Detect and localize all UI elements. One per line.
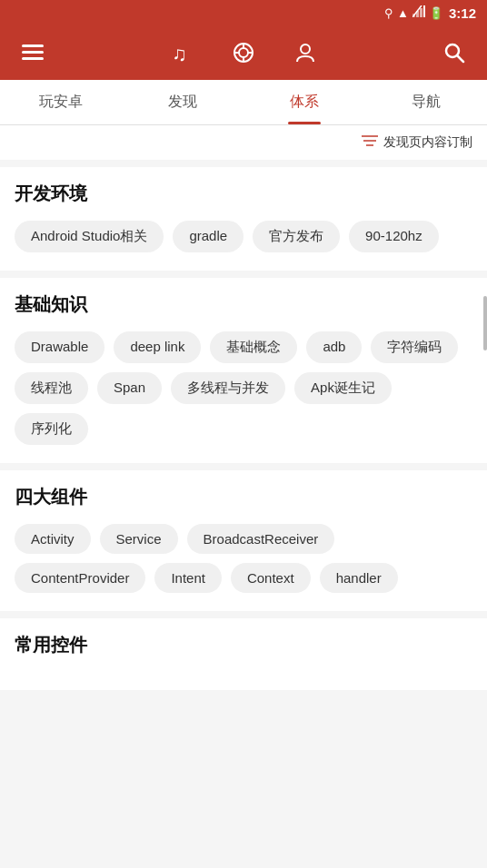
svg-line-17 <box>458 56 464 63</box>
tag-context[interactable]: Context <box>231 563 311 593</box>
svg-point-10 <box>239 48 248 57</box>
tag-duoxiancheng[interactable]: 多线程与并发 <box>171 372 285 404</box>
section-basic-knowledge-title: 基础知识 <box>15 292 472 317</box>
menu-button[interactable] <box>15 35 51 71</box>
battery-icon: 🔋 <box>429 6 443 20</box>
music-nav-button[interactable]: ♫ <box>164 35 200 71</box>
tab-daohang[interactable]: 导航 <box>365 80 487 124</box>
section-four-components: 四大组件 Activity Service BroadcastReceiver … <box>0 470 487 611</box>
tag-90-120hz[interactable]: 90-120hz <box>349 221 439 252</box>
tag-activity[interactable]: Activity <box>15 524 91 554</box>
tab-bar: 玩安卓 发现 体系 导航 <box>0 80 487 125</box>
status-bar: ⚲ ▲ 🔋 3:12 <box>0 0 487 25</box>
tab-faxian[interactable]: 发现 <box>122 80 244 124</box>
section-common-controls-title: 常用控件 <box>15 633 472 657</box>
tag-span[interactable]: Span <box>97 372 162 404</box>
section-dev-env: 开发环境 Android Studio相关 gradle 官方发布 90-120… <box>0 167 487 271</box>
location-icon: ⚲ <box>384 6 393 20</box>
tag-contentprovider[interactable]: ContentProvider <box>15 563 145 593</box>
filter-bar: 发现页内容订制 <box>0 125 487 160</box>
filter-text[interactable]: 发现页内容订制 <box>383 134 472 151</box>
user-nav-button[interactable] <box>287 35 323 71</box>
svg-point-15 <box>301 44 310 54</box>
scroll-indicator <box>483 296 487 350</box>
section-four-components-tags: Activity Service BroadcastReceiver Conte… <box>15 524 472 593</box>
tag-jichugainian[interactable]: 基础概念 <box>210 331 297 363</box>
tag-adb[interactable]: adb <box>306 331 362 363</box>
tag-gradle[interactable]: gradle <box>173 221 244 252</box>
svg-text:♫: ♫ <box>172 43 187 64</box>
clock: 3:12 <box>449 5 476 21</box>
tag-deep-link[interactable]: deep link <box>114 331 201 363</box>
cloud-nav-button[interactable] <box>225 35 262 71</box>
tag-android-studio[interactable]: Android Studio相关 <box>15 221 164 252</box>
section-dev-env-title: 开发环境 <box>15 182 472 206</box>
svg-rect-3 <box>423 5 425 17</box>
top-nav: ♫ <box>0 25 487 80</box>
tab-tixi[interactable]: 体系 <box>244 80 365 124</box>
section-common-controls: 常用控件 <box>0 618 487 690</box>
filter-icon <box>362 134 378 151</box>
signal-icon <box>412 5 425 20</box>
svg-rect-6 <box>22 51 44 54</box>
tag-intent[interactable]: Intent <box>154 563 222 593</box>
search-button[interactable] <box>436 35 472 71</box>
section-four-components-title: 四大组件 <box>15 485 472 509</box>
svg-rect-5 <box>22 44 44 47</box>
svg-rect-2 <box>420 8 422 17</box>
tab-wananzuo[interactable]: 玩安卓 <box>0 80 122 124</box>
content-area: 发现页内容订制 开发环境 Android Studio相关 gradle 官方发… <box>0 125 487 690</box>
tag-broadcastreceiver[interactable]: BroadcastReceiver <box>187 524 335 554</box>
tag-xulihua[interactable]: 序列化 <box>15 413 88 445</box>
tag-guanfangfabu[interactable]: 官方发布 <box>253 221 340 252</box>
wifi-icon: ▲ <box>397 6 409 20</box>
tag-zifubianma[interactable]: 字符编码 <box>371 331 458 363</box>
section-basic-knowledge: 基础知识 Drawable deep link 基础概念 adb 字符编码 线程… <box>0 278 487 463</box>
section-basic-knowledge-tags: Drawable deep link 基础概念 adb 字符编码 线程池 Spa… <box>15 331 472 445</box>
tag-service[interactable]: Service <box>100 524 178 554</box>
nav-center: ♫ <box>164 35 323 71</box>
tag-drawable[interactable]: Drawable <box>15 331 104 363</box>
tag-handler[interactable]: handler <box>320 563 398 593</box>
section-dev-env-tags: Android Studio相关 gradle 官方发布 90-120hz <box>15 221 472 252</box>
svg-rect-7 <box>22 57 44 60</box>
status-icons: ⚲ ▲ 🔋 <box>384 5 443 20</box>
tag-apkdanshengji[interactable]: Apk诞生记 <box>294 372 392 404</box>
tag-xianchengchi[interactable]: 线程池 <box>15 372 88 404</box>
